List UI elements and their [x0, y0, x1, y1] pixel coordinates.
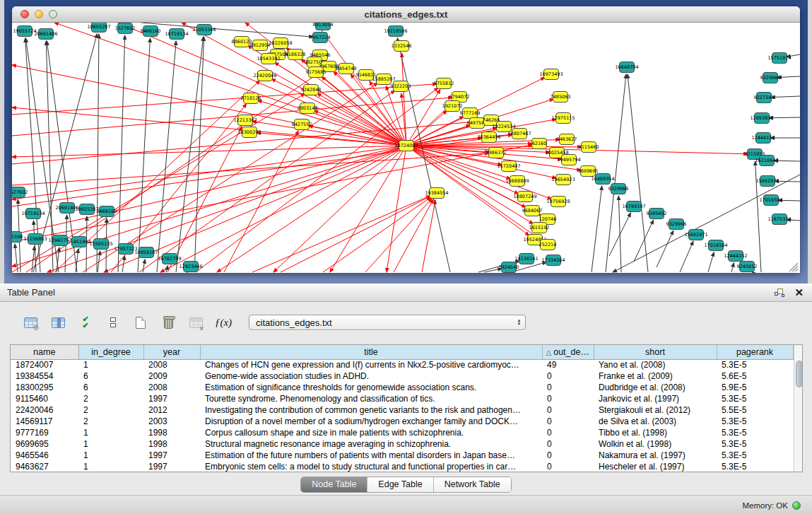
- graph-node[interactable]: 21053346: [192, 25, 216, 35]
- graph-node[interactable]: 19218586: [384, 26, 407, 37]
- resize-grip-icon[interactable]: [792, 266, 798, 271]
- citation-edge[interactable]: [592, 186, 602, 272]
- citation-edge[interactable]: [397, 38, 450, 272]
- function-builder-icon[interactable]: ƒ(x): [214, 314, 233, 331]
- graph-node[interactable]: 9245052: [737, 262, 758, 272]
- graph-node[interactable]: 10719134: [21, 209, 45, 219]
- citation-edge[interactable]: [777, 76, 800, 78]
- graph-node[interactable]: 9227343: [754, 93, 775, 103]
- float-panel-icon[interactable]: [775, 288, 784, 298]
- new-table-icon[interactable]: [131, 314, 150, 331]
- citation-edge[interactable]: [680, 241, 693, 272]
- close-window-button[interactable]: [20, 10, 29, 18]
- graph-node[interactable]: 15505135: [89, 239, 112, 250]
- citation-edge[interactable]: [628, 74, 648, 272]
- graph-node[interactable]: 11675334: [767, 214, 791, 225]
- column-header-year[interactable]: year: [143, 345, 200, 359]
- citation-edge-selected[interactable]: [394, 199, 433, 272]
- graph-node-selected[interactable]: 62160: [532, 139, 547, 149]
- citation-edge-selected[interactable]: [422, 200, 435, 272]
- graph-node[interactable]: 14136141: [514, 254, 538, 264]
- import-table-icon[interactable]: ✕: [187, 314, 205, 331]
- graph-node[interactable]: 20691406: [34, 29, 57, 40]
- citation-edge[interactable]: [15, 244, 18, 272]
- graph-node-selected[interactable]: 19756928: [546, 197, 570, 207]
- column-header-short[interactable]: short: [594, 345, 717, 359]
- graph-node-selected[interactable]: 9463627: [557, 134, 577, 145]
- graph-node-selected[interactable]: 8427552: [292, 119, 312, 130]
- graph-node[interactable]: 9245402: [647, 209, 667, 219]
- graph-node[interactable]: 8466160: [97, 206, 117, 217]
- graph-node[interactable]: 10958107: [134, 247, 158, 258]
- graph-node[interactable]: 10655287: [87, 23, 110, 33]
- graph-node-selected[interactable]: 8912954: [250, 40, 271, 51]
- graph-node-selected[interactable]: 8454749: [336, 64, 357, 74]
- table-selector-dropdown[interactable]: citations_edges.txt ▲▼: [249, 315, 526, 330]
- column-header-name[interactable]: name: [11, 345, 78, 359]
- citation-edge[interactable]: [157, 41, 176, 272]
- graph-node[interactable]: 12093832: [750, 113, 773, 124]
- table-row[interactable]: 1456911722003Disruption of a novel membe…: [11, 416, 793, 427]
- graph-node-selected[interactable]: 2803144: [298, 103, 318, 114]
- graph-node-selected[interactable]: 20364456: [477, 132, 500, 143]
- column-header-pagerank[interactable]: pagerank: [717, 345, 793, 359]
- graph-node-selected[interactable]: 18226058: [269, 38, 292, 49]
- table-vertical-scrollbar[interactable]: [794, 345, 803, 472]
- table-settings-icon[interactable]: ⚙: [21, 314, 40, 331]
- graph-node[interactable]: 1527602: [115, 23, 136, 34]
- citation-edge-selected[interactable]: [217, 146, 406, 272]
- network-window-titlebar[interactable]: citations_edges.txt: [12, 6, 800, 23]
- graph-node[interactable]: 1527602: [12, 187, 28, 198]
- graph-node-selected[interactable]: 9699695: [578, 166, 599, 177]
- citation-edge[interactable]: [731, 263, 734, 272]
- table-row[interactable]: 1830029562008Estimation of significance …: [11, 382, 793, 393]
- graph-node-selected[interactable]: 9115460: [579, 142, 599, 153]
- column-header-out_de[interactable]: △out_de…: [542, 345, 594, 359]
- table-row[interactable]: 1938455462009Genome-wide association stu…: [11, 370, 793, 382]
- graph-node-selected[interactable]: 2718126: [241, 93, 261, 104]
- graph-node-selected[interactable]: 1615192: [529, 223, 550, 233]
- graph-node-selected[interactable]: 9322203: [391, 81, 411, 92]
- graph-node[interactable]: 8466160: [141, 26, 161, 37]
- citation-edge-selected[interactable]: [224, 131, 298, 272]
- tab-node-table[interactable]: Node Table: [301, 477, 367, 492]
- graph-node[interactable]: 17016504: [759, 195, 782, 206]
- table-row[interactable]: 977716911998Corpus callosum shape and si…: [11, 427, 793, 438]
- graph-node[interactable]: 9329966: [760, 73, 781, 83]
- tab-network-table[interactable]: Network Table: [434, 477, 511, 492]
- graph-node-selected[interactable]: 8860123: [232, 37, 252, 47]
- minimize-window-button[interactable]: [35, 10, 43, 18]
- citation-edge-selected[interactable]: [12, 84, 437, 115]
- graph-node[interactable]: 12923446: [179, 262, 202, 272]
- table-row[interactable]: 2242004622012Investigating the contribut…: [11, 404, 793, 416]
- scrollbar-thumb[interactable]: [796, 361, 803, 387]
- graph-node[interactable]: 12444152: [724, 251, 747, 262]
- graph-node-selected[interactable]: 9175685: [306, 67, 326, 78]
- citation-edge-selected[interactable]: [12, 145, 532, 242]
- network-canvas[interactable]: 1905572420691406106552871527602846616010…: [12, 23, 800, 273]
- graph-node[interactable]: 12444152: [751, 133, 775, 144]
- graph-node[interactable]: 15751074: [767, 53, 791, 64]
- citation-edge[interactable]: [634, 220, 654, 262]
- graph-node-selected[interactable]: 9777169: [460, 108, 481, 119]
- zoom-window-button[interactable]: [49, 10, 57, 18]
- citation-edge[interactable]: [609, 213, 631, 256]
- table-row[interactable]: 969969511998Structural magnetic resonanc…: [11, 438, 793, 450]
- citation-edge[interactable]: [143, 259, 145, 272]
- citation-edge[interactable]: [771, 96, 800, 98]
- graph-node-selected[interactable]: 1332546: [392, 41, 412, 52]
- citation-edge[interactable]: [138, 38, 150, 272]
- citation-edge[interactable]: [657, 230, 673, 267]
- citation-edge-selected[interactable]: [317, 93, 406, 146]
- graph-node-selected[interactable]: 9755812: [434, 78, 454, 89]
- graph-node[interactable]: 331598: [12, 232, 23, 243]
- citation-edge-selected[interactable]: [12, 153, 489, 185]
- graph-node-selected[interactable]: 9684067: [522, 206, 543, 216]
- graph-node[interactable]: 16799197: [622, 201, 645, 212]
- table-row[interactable]: 1872400712008Changes of HCN gene express…: [11, 359, 793, 370]
- graph-node[interactable]: 9329966: [608, 184, 629, 194]
- citation-edge[interactable]: [33, 221, 36, 272]
- table-row[interactable]: 911546021997Tourette syndrome. Phenomeno…: [11, 393, 793, 404]
- graph-node[interactable]: 17016504: [704, 240, 727, 251]
- close-panel-icon[interactable]: ✕: [794, 284, 804, 302]
